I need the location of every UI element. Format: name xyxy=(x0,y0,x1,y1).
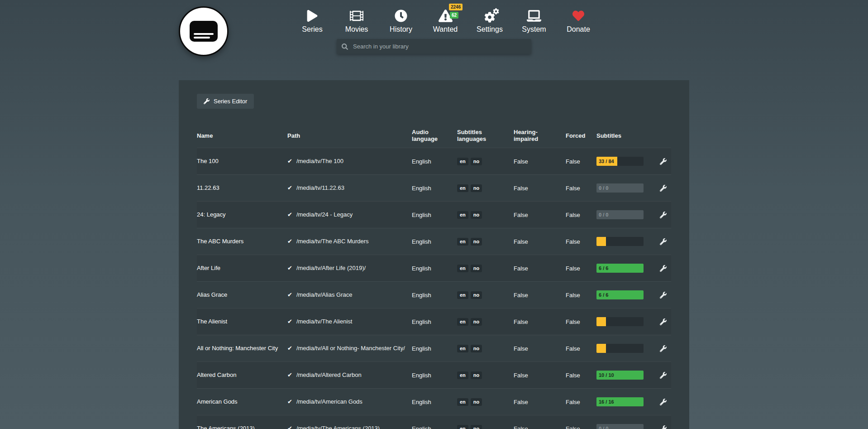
nav-item-donate[interactable]: Donate xyxy=(564,8,592,34)
series-name-link[interactable]: The Alienist xyxy=(197,318,287,325)
subtitles-progress-text: 10 / 10 xyxy=(599,372,614,378)
table-row: The Alienist ✔ /media/tv/The Alienist En… xyxy=(197,308,671,335)
edit-series-button[interactable] xyxy=(660,158,667,165)
nav-item-history[interactable]: History xyxy=(387,8,415,34)
audio-language-value: English xyxy=(412,265,457,272)
subtitle-language-badge: en xyxy=(457,211,468,219)
nav-label-history: History xyxy=(390,25,412,34)
audio-language-value: English xyxy=(412,292,457,299)
nav-item-series[interactable]: Series xyxy=(298,8,326,34)
series-path: /media/tv/All or Nothing- Manchester Cit… xyxy=(296,345,405,352)
table-row: 24: Legacy ✔ /media/tv/24 - Legacy Engli… xyxy=(197,201,671,228)
edit-series-button[interactable] xyxy=(660,318,667,325)
check-icon: ✔ xyxy=(287,345,292,352)
nav-item-system[interactable]: System xyxy=(520,8,548,34)
audio-language-value: English xyxy=(412,345,457,352)
gears-icon xyxy=(481,8,498,24)
edit-series-button[interactable] xyxy=(660,212,667,218)
series-name-link[interactable]: After Life xyxy=(197,265,287,272)
nav-item-movies[interactable]: Movies xyxy=(343,8,371,34)
series-path-cell: ✔ /media/tv/24 - Legacy xyxy=(287,211,412,218)
forced-value: False xyxy=(566,425,596,429)
hearing-impaired-value: False xyxy=(514,212,566,218)
series-name-link[interactable]: Altered Carbon xyxy=(197,371,287,379)
series-path: /media/tv/The Americans (2013) xyxy=(296,425,380,429)
series-name-link[interactable]: Alias Grace xyxy=(197,291,287,299)
subtitle-language-badge: en xyxy=(457,158,468,165)
series-path-cell: ✔ /media/tv/Altered Carbon xyxy=(287,371,412,379)
subtitles-progress-cell xyxy=(596,344,651,353)
subtitles-progress-bar: 0 / 0 xyxy=(596,210,644,219)
column-header-subtitles-languages: Subtitles languages xyxy=(457,129,514,142)
check-icon: ✔ xyxy=(287,425,292,429)
wrench-icon xyxy=(660,399,667,405)
series-name-link[interactable]: American Gods xyxy=(197,398,287,405)
nav-label-series: Series xyxy=(302,25,322,34)
actions-cell xyxy=(651,318,671,325)
subtitle-language-badge: no xyxy=(471,345,482,352)
forced-value: False xyxy=(566,345,596,352)
actions-cell xyxy=(651,425,671,429)
film-icon xyxy=(348,8,365,24)
series-name-link[interactable]: The ABC Murders xyxy=(197,238,287,245)
subtitle-language-badge: en xyxy=(457,184,468,192)
hearing-impaired-value: False xyxy=(514,238,566,245)
audio-language-value: English xyxy=(412,425,457,429)
edit-series-button[interactable] xyxy=(660,425,667,429)
check-icon: ✔ xyxy=(287,211,292,218)
search-bar xyxy=(337,39,531,54)
wrench-icon xyxy=(660,292,667,299)
edit-series-button[interactable] xyxy=(660,399,667,405)
nav-item-wanted[interactable]: 2246 62 Wanted xyxy=(431,8,459,34)
subtitles-progress-text: 0 / 0 xyxy=(599,185,608,191)
series-name-link[interactable]: 24: Legacy xyxy=(197,211,287,218)
edit-series-button[interactable] xyxy=(660,345,667,352)
edit-series-button[interactable] xyxy=(660,238,667,245)
subtitles-progress-bar: 6 / 6 xyxy=(596,290,644,299)
series-path: /media/tv/11.22.63 xyxy=(296,184,344,192)
series-path-cell: ✔ /media/tv/All or Nothing- Manchester C… xyxy=(287,345,412,352)
series-path-cell: ✔ /media/tv/After Life (2019)/ xyxy=(287,265,412,272)
check-icon: ✔ xyxy=(287,318,292,325)
edit-series-button[interactable] xyxy=(660,292,667,299)
series-name-link[interactable]: The Americans (2013) xyxy=(197,425,287,429)
table-row: After Life ✔ /media/tv/After Life (2019)… xyxy=(197,255,671,281)
wrench-icon xyxy=(660,185,667,192)
edit-series-button[interactable] xyxy=(660,372,667,379)
subtitles-languages-cell: enno xyxy=(457,265,514,272)
forced-value: False xyxy=(566,158,596,165)
hearing-impaired-value: False xyxy=(514,158,566,165)
actions-cell xyxy=(651,345,671,352)
series-editor-button[interactable]: Series Editor xyxy=(197,94,254,109)
series-name-link[interactable]: All or Nothing: Manchester City xyxy=(197,345,287,352)
series-name-link[interactable]: 11.22.63 xyxy=(197,184,287,192)
subtitles-progress-text: 6 / 6 xyxy=(599,292,608,298)
subtitle-language-badge: no xyxy=(471,158,482,165)
wrench-icon xyxy=(660,265,667,272)
wrench-icon xyxy=(204,98,210,104)
series-path: /media/tv/After Life (2019)/ xyxy=(296,265,366,272)
actions-cell xyxy=(651,238,671,245)
check-icon: ✔ xyxy=(287,184,292,192)
subtitles-progress-cell: 6 / 6 xyxy=(596,290,651,299)
check-icon: ✔ xyxy=(287,371,292,379)
actions-cell xyxy=(651,212,671,218)
subtitles-progress-cell: 0 / 0 xyxy=(596,210,651,219)
edit-series-button[interactable] xyxy=(660,185,667,192)
edit-series-button[interactable] xyxy=(660,265,667,272)
audio-language-value: English xyxy=(412,399,457,405)
nav-item-settings[interactable]: Settings xyxy=(476,8,504,34)
forced-value: False xyxy=(566,292,596,299)
subtitles-progress-bar: 10 / 10 xyxy=(596,371,644,380)
series-path: /media/tv/24 - Legacy xyxy=(296,211,353,218)
table-row: All or Nothing: Manchester City ✔ /media… xyxy=(197,335,671,362)
column-header-name: Name xyxy=(197,132,287,139)
search-input[interactable] xyxy=(352,43,526,50)
wanted-movies-count-badge: 62 xyxy=(450,12,458,19)
laptop-icon xyxy=(525,8,543,24)
table-row: 11.22.63 ✔ /media/tv/11.22.63 English en… xyxy=(197,174,671,201)
subtitles-languages-cell: enno xyxy=(457,318,514,326)
subtitles-languages-cell: enno xyxy=(457,291,514,299)
table-row: The ABC Murders ✔ /media/tv/The ABC Murd… xyxy=(197,228,671,255)
series-name-link[interactable]: The 100 xyxy=(197,158,287,165)
